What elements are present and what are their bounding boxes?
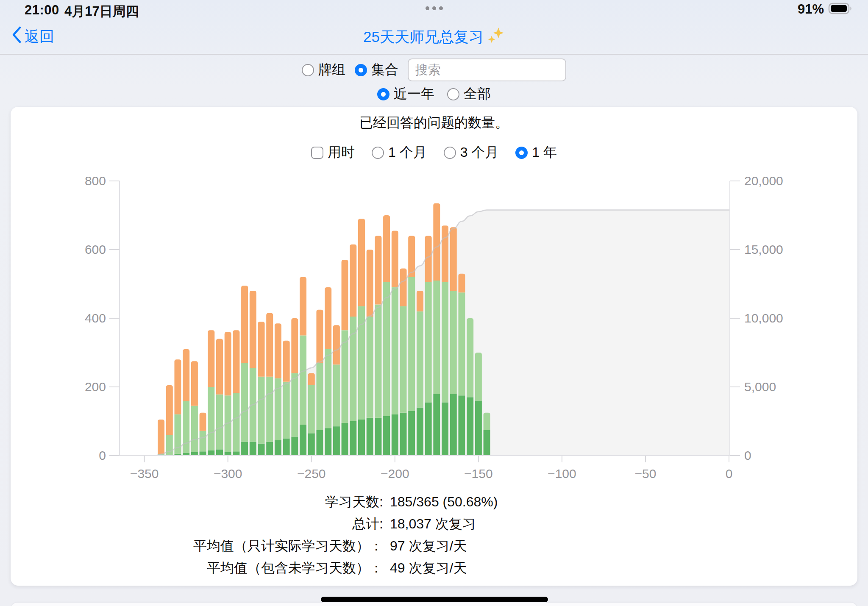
radio-1-year[interactable]: 1 年 — [515, 143, 557, 162]
home-indicator — [321, 597, 548, 602]
stat-label: 平均值（只计实际学习天数）： — [0, 535, 383, 557]
stat-value: 18,037 次复习 — [390, 513, 868, 535]
page-title: 25天天师兄总复习 — [0, 26, 868, 47]
next-section-card — [11, 603, 857, 606]
stats-block: 学习天数:185/365 (50.68%)总计:18,037 次复习平均值（只计… — [0, 491, 868, 579]
radio-all-history[interactable]: 全部 — [447, 85, 491, 103]
stat-label: 学习天数: — [0, 491, 383, 513]
search-input[interactable] — [408, 58, 566, 81]
radio-circle-icon — [444, 147, 456, 159]
battery-icon — [828, 2, 853, 17]
chart-title: 已经回答的问题的数量。 — [0, 114, 868, 132]
status-time: 21:00 — [25, 3, 59, 18]
stat-value: 49 次复习/天 — [390, 557, 868, 579]
radio-selected-icon — [377, 88, 389, 100]
stat-label: 总计: — [0, 513, 383, 535]
scope-filter-row: 牌组 集合 — [0, 58, 868, 81]
stat-label: 平均值（包含未学习天数）： — [0, 557, 383, 579]
radio-1-month[interactable]: 1 个月 — [372, 143, 427, 162]
checkbox-icon — [311, 147, 323, 159]
time-checkbox[interactable]: 用时 — [311, 143, 355, 162]
radio-selected-icon — [355, 64, 367, 76]
stat-value: 185/365 (50.68%) — [390, 491, 868, 513]
chart-controls-row: 用时 1 个月 3 个月 1 年 — [0, 143, 868, 162]
battery-percent: 91% — [798, 2, 824, 17]
multitask-dots-icon[interactable] — [426, 6, 443, 10]
radio-3-months[interactable]: 3 个月 — [444, 143, 499, 162]
range-filter-row: 近一年 全部 — [0, 85, 868, 103]
divider — [0, 54, 868, 55]
radio-circle-icon — [372, 147, 384, 159]
radio-decks[interactable]: 牌组 — [302, 61, 345, 79]
radio-last-year[interactable]: 近一年 — [377, 85, 434, 103]
battery-status: 91% — [798, 2, 853, 17]
stat-value: 97 次复习/天 — [390, 535, 868, 557]
radio-circle-icon — [447, 88, 459, 100]
sparkles-icon — [487, 26, 505, 47]
status-date: 4月17日周四 — [64, 3, 139, 20]
radio-circle-icon — [302, 64, 314, 76]
radio-collection[interactable]: 集合 — [355, 61, 398, 79]
radio-selected-icon — [515, 147, 528, 159]
